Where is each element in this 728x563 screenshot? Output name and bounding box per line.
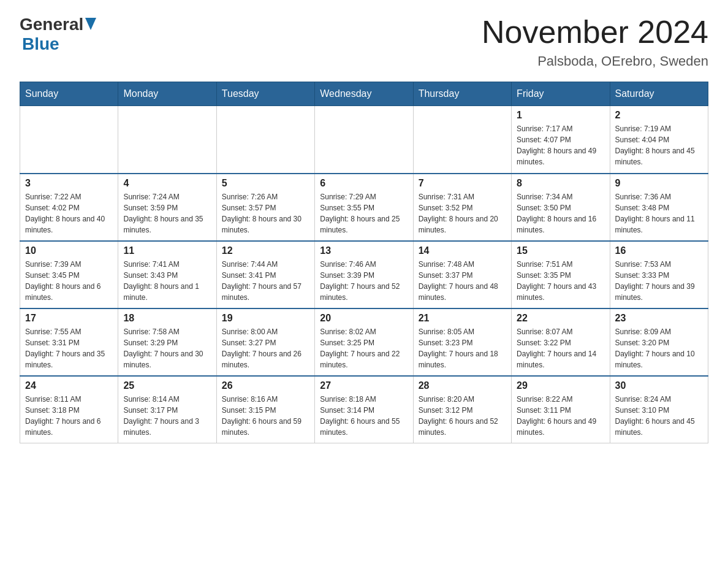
calendar-cell-w5-d5: 28Sunrise: 8:20 AMSunset: 3:12 PMDayligh… (413, 376, 511, 443)
header-monday: Monday (118, 82, 216, 106)
day-info: Sunrise: 8:24 AMSunset: 3:10 PMDaylight:… (615, 394, 703, 438)
day-info: Sunrise: 7:26 AMSunset: 3:57 PMDaylight:… (222, 191, 309, 236)
svg-marker-0 (85, 18, 96, 30)
day-number: 25 (123, 380, 211, 391)
day-number: 27 (320, 380, 408, 391)
day-number: 19 (222, 313, 309, 324)
calendar-cell-w1-d1 (20, 106, 118, 174)
day-info: Sunrise: 8:07 AMSunset: 3:22 PMDaylight:… (517, 326, 604, 370)
day-info: Sunrise: 7:51 AMSunset: 3:35 PMDaylight:… (517, 259, 604, 303)
day-number: 7 (419, 178, 506, 189)
day-info: Sunrise: 7:36 AMSunset: 3:48 PMDaylight:… (615, 191, 703, 236)
day-number: 13 (320, 245, 408, 256)
day-info: Sunrise: 7:24 AMSunset: 3:59 PMDaylight:… (123, 191, 211, 236)
calendar-cell-w4-d2: 18Sunrise: 7:58 AMSunset: 3:29 PMDayligh… (118, 308, 216, 376)
day-number: 15 (517, 245, 604, 256)
calendar-cell-w5-d3: 26Sunrise: 8:16 AMSunset: 3:15 PMDayligh… (216, 376, 314, 443)
day-info: Sunrise: 7:39 AMSunset: 3:45 PMDaylight:… (25, 259, 113, 303)
calendar-cell-w4-d4: 20Sunrise: 8:02 AMSunset: 3:25 PMDayligh… (315, 308, 413, 376)
day-info: Sunrise: 8:14 AMSunset: 3:17 PMDaylight:… (123, 394, 211, 438)
calendar-cell-w2-d6: 8Sunrise: 7:34 AMSunset: 3:50 PMDaylight… (512, 174, 610, 241)
day-info: Sunrise: 7:31 AMSunset: 3:52 PMDaylight:… (419, 191, 506, 236)
weekday-header-row: Sunday Monday Tuesday Wednesday Thursday… (20, 82, 708, 106)
day-info: Sunrise: 8:09 AMSunset: 3:20 PMDaylight:… (615, 326, 703, 370)
day-number: 9 (615, 178, 703, 189)
day-info: Sunrise: 7:29 AMSunset: 3:55 PMDaylight:… (320, 191, 408, 236)
day-info: Sunrise: 7:34 AMSunset: 3:50 PMDaylight:… (517, 191, 604, 236)
day-number: 4 (123, 178, 211, 189)
day-number: 3 (25, 178, 113, 189)
title-area: November 2024 Palsboda, OErebro, Sweden (482, 15, 708, 69)
day-number: 30 (615, 380, 703, 391)
day-info: Sunrise: 7:48 AMSunset: 3:37 PMDaylight:… (419, 259, 506, 303)
calendar-cell-w2-d5: 7Sunrise: 7:31 AMSunset: 3:52 PMDaylight… (413, 174, 511, 241)
day-number: 14 (419, 245, 506, 256)
calendar-cell-w5-d6: 29Sunrise: 8:22 AMSunset: 3:11 PMDayligh… (512, 376, 610, 443)
calendar-cell-w4-d7: 23Sunrise: 8:09 AMSunset: 3:20 PMDayligh… (610, 308, 708, 376)
calendar-cell-w3-d6: 15Sunrise: 7:51 AMSunset: 3:35 PMDayligh… (512, 241, 610, 308)
day-info: Sunrise: 8:16 AMSunset: 3:15 PMDaylight:… (222, 394, 309, 438)
header-wednesday: Wednesday (315, 82, 413, 106)
calendar-cell-w2-d1: 3Sunrise: 7:22 AMSunset: 4:02 PMDaylight… (20, 174, 118, 241)
day-number: 28 (419, 380, 506, 391)
day-number: 29 (517, 380, 604, 391)
calendar-cell-w3-d2: 11Sunrise: 7:41 AMSunset: 3:43 PMDayligh… (118, 241, 216, 308)
calendar-cell-w3-d4: 13Sunrise: 7:46 AMSunset: 3:39 PMDayligh… (315, 241, 413, 308)
calendar-cell-w3-d5: 14Sunrise: 7:48 AMSunset: 3:37 PMDayligh… (413, 241, 511, 308)
day-info: Sunrise: 7:19 AMSunset: 4:04 PMDaylight:… (615, 123, 703, 167)
day-number: 17 (25, 313, 113, 324)
calendar-cell-w4-d6: 22Sunrise: 8:07 AMSunset: 3:22 PMDayligh… (512, 308, 610, 376)
day-info: Sunrise: 7:17 AMSunset: 4:07 PMDaylight:… (517, 123, 604, 167)
calendar-cell-w1-d3 (216, 106, 314, 174)
day-number: 1 (517, 110, 604, 121)
logo-blue-text: Blue (22, 34, 59, 53)
page-header: General Blue November 2024 Palsboda, OEr… (20, 15, 708, 69)
day-number: 8 (517, 178, 604, 189)
day-info: Sunrise: 8:11 AMSunset: 3:18 PMDaylight:… (25, 394, 113, 438)
calendar-week-2: 3Sunrise: 7:22 AMSunset: 4:02 PMDaylight… (20, 174, 708, 241)
day-number: 18 (123, 313, 211, 324)
calendar-cell-w5-d4: 27Sunrise: 8:18 AMSunset: 3:14 PMDayligh… (315, 376, 413, 443)
day-number: 6 (320, 178, 408, 189)
calendar-cell-w2-d3: 5Sunrise: 7:26 AMSunset: 3:57 PMDaylight… (216, 174, 314, 241)
day-number: 22 (517, 313, 604, 324)
logo-arrow-icon (85, 18, 96, 30)
day-info: Sunrise: 7:55 AMSunset: 3:31 PMDaylight:… (25, 326, 113, 370)
header-thursday: Thursday (413, 82, 511, 106)
day-info: Sunrise: 7:44 AMSunset: 3:41 PMDaylight:… (222, 259, 309, 303)
day-info: Sunrise: 8:20 AMSunset: 3:12 PMDaylight:… (419, 394, 506, 438)
month-title: November 2024 (482, 15, 708, 50)
header-saturday: Saturday (610, 82, 708, 106)
calendar-cell-w5-d7: 30Sunrise: 8:24 AMSunset: 3:10 PMDayligh… (610, 376, 708, 443)
day-number: 5 (222, 178, 309, 189)
day-number: 12 (222, 245, 309, 256)
calendar-week-5: 24Sunrise: 8:11 AMSunset: 3:18 PMDayligh… (20, 376, 708, 443)
calendar-cell-w5-d1: 24Sunrise: 8:11 AMSunset: 3:18 PMDayligh… (20, 376, 118, 443)
calendar-cell-w1-d5 (413, 106, 511, 174)
calendar-cell-w3-d3: 12Sunrise: 7:44 AMSunset: 3:41 PMDayligh… (216, 241, 314, 308)
calendar-cell-w2-d7: 9Sunrise: 7:36 AMSunset: 3:48 PMDaylight… (610, 174, 708, 241)
calendar-cell-w2-d2: 4Sunrise: 7:24 AMSunset: 3:59 PMDaylight… (118, 174, 216, 241)
logo-general-text: General (20, 15, 83, 34)
day-number: 11 (123, 245, 211, 256)
calendar-table: Sunday Monday Tuesday Wednesday Thursday… (20, 82, 708, 443)
calendar-cell-w4-d5: 21Sunrise: 8:05 AMSunset: 3:23 PMDayligh… (413, 308, 511, 376)
logo: General (20, 15, 96, 34)
day-info: Sunrise: 8:02 AMSunset: 3:25 PMDaylight:… (320, 326, 408, 370)
calendar-cell-w1-d2 (118, 106, 216, 174)
day-number: 26 (222, 380, 309, 391)
header-tuesday: Tuesday (216, 82, 314, 106)
day-number: 23 (615, 313, 703, 324)
calendar-cell-w3-d7: 16Sunrise: 7:53 AMSunset: 3:33 PMDayligh… (610, 241, 708, 308)
calendar-cell-w1-d7: 2Sunrise: 7:19 AMSunset: 4:04 PMDaylight… (610, 106, 708, 174)
day-info: Sunrise: 8:00 AMSunset: 3:27 PMDaylight:… (222, 326, 309, 370)
day-info: Sunrise: 8:18 AMSunset: 3:14 PMDaylight:… (320, 394, 408, 438)
day-info: Sunrise: 7:46 AMSunset: 3:39 PMDaylight:… (320, 259, 408, 303)
day-info: Sunrise: 7:22 AMSunset: 4:02 PMDaylight:… (25, 191, 113, 236)
calendar-cell-w1-d4 (315, 106, 413, 174)
calendar-cell-w5-d2: 25Sunrise: 8:14 AMSunset: 3:17 PMDayligh… (118, 376, 216, 443)
day-number: 16 (615, 245, 703, 256)
calendar-cell-w4-d1: 17Sunrise: 7:55 AMSunset: 3:31 PMDayligh… (20, 308, 118, 376)
header-sunday: Sunday (20, 82, 118, 106)
day-info: Sunrise: 7:53 AMSunset: 3:33 PMDaylight:… (615, 259, 703, 303)
